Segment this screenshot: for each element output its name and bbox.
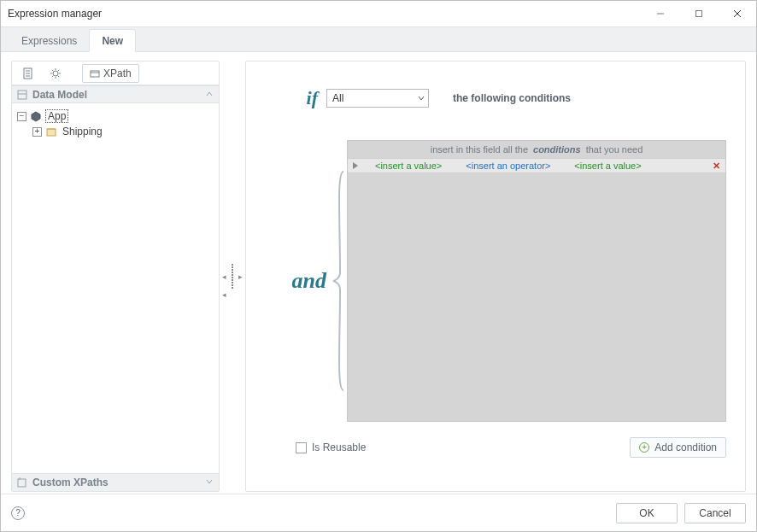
if-row: if All the following conditions [265, 87, 726, 109]
brace-icon [332, 170, 347, 392]
custom-xpaths-icon [17, 477, 27, 488]
data-model-icon [17, 90, 27, 100]
svg-line-16 [52, 75, 53, 76]
svg-rect-19 [18, 91, 26, 99]
conditions-area: and insert in this field all the conditi… [265, 140, 726, 422]
is-reusable-checkbox[interactable]: Is Reusable [296, 441, 366, 453]
xpath-subtab[interactable]: XPath [82, 64, 139, 83]
tabbar: Expressions New [1, 26, 756, 52]
custom-xpaths-header-label: Custom XPaths [32, 476, 109, 488]
and-keyword: and [292, 268, 326, 294]
maximize-button[interactable] [679, 1, 718, 26]
condition-delete-button[interactable]: ✕ [713, 161, 720, 172]
custom-xpaths-header[interactable]: Custom XPaths [12, 473, 219, 491]
condition-row[interactable]: <insert a value> <insert an operator> <i… [348, 158, 725, 173]
condition-right-value[interactable]: <insert a value> [562, 161, 653, 171]
conditions-box: insert in this field all the conditions … [347, 140, 726, 422]
left-toolbar: XPath [12, 61, 219, 85]
tree-node-app[interactable]: − App [15, 108, 215, 124]
splitter-grip-icon [232, 264, 233, 289]
add-condition-label: Add condition [654, 441, 717, 453]
tree-node-shipping[interactable]: + Shipping [15, 124, 215, 139]
splitter-arrow-left-icon: ◂ [222, 272, 226, 281]
svg-rect-1 [695, 11, 701, 17]
svg-line-13 [52, 69, 53, 70]
close-button[interactable] [718, 1, 756, 26]
quantifier-dropdown[interactable]: All [326, 89, 429, 108]
chevron-down-icon [418, 92, 425, 104]
window-root: Expression manager Expressions New [0, 0, 757, 532]
hint-pre: insert in this field all the [431, 144, 528, 155]
svg-rect-17 [91, 71, 99, 77]
cancel-button[interactable]: Cancel [684, 503, 746, 523]
checkbox-icon [296, 442, 307, 453]
hint-em: conditions [533, 144, 581, 155]
following-conditions-text: the following conditions [453, 92, 571, 104]
expression-editor: if All the following conditions and [245, 61, 746, 492]
xpath-subtab-label: XPath [103, 67, 132, 79]
splitter-arrow-left-icon: ◂ [222, 290, 226, 299]
file-icon [22, 67, 34, 79]
tree-node-label: App [45, 109, 68, 123]
settings-icon-button[interactable] [43, 64, 68, 83]
svg-rect-24 [18, 479, 26, 487]
data-model-tree[interactable]: − App + Shipping [12, 103, 219, 473]
svg-marker-26 [353, 162, 358, 169]
tree-node-label: Shipping [61, 126, 104, 137]
tab-expressions[interactable]: Expressions [9, 30, 89, 51]
condition-grip-icon[interactable] [348, 161, 363, 170]
tab-new[interactable]: New [89, 29, 136, 52]
expander-plus-icon[interactable]: + [32, 127, 42, 137]
conditions-hint: insert in this field all the conditions … [348, 141, 725, 158]
svg-marker-21 [32, 112, 40, 121]
condition-left-value[interactable]: <insert a value> [363, 161, 454, 171]
quantifier-value: All [332, 92, 343, 104]
plus-circle-icon: + [639, 442, 649, 453]
ok-button[interactable]: OK [616, 503, 678, 523]
editor-bottom-row: Is Reusable + Add condition [265, 437, 726, 458]
footer: ? OK Cancel [1, 494, 756, 531]
svg-point-8 [53, 71, 58, 76]
minimize-button[interactable] [641, 1, 679, 26]
titlebar: Expression manager [1, 1, 756, 26]
expander-minus-icon[interactable]: − [17, 112, 26, 121]
is-reusable-label: Is Reusable [312, 441, 366, 453]
file-icon-button[interactable] [15, 64, 41, 83]
splitter-arrow-right-icon: ▸ [238, 272, 243, 281]
xpath-icon [90, 68, 100, 79]
if-keyword: if [265, 87, 318, 109]
chevron-up-icon [205, 89, 214, 101]
svg-line-15 [58, 69, 59, 70]
body: XPath Data Model − App + Shi [1, 52, 756, 494]
condition-operator[interactable]: <insert an operator> [454, 161, 562, 171]
and-column: and [265, 140, 347, 422]
svg-rect-22 [47, 129, 56, 136]
splitter[interactable]: ◂ ▸ ◂ [220, 61, 245, 492]
data-model-header-label: Data Model [32, 89, 87, 101]
help-button[interactable]: ? [11, 506, 25, 520]
left-panel: XPath Data Model − App + Shi [11, 61, 220, 492]
module-icon [30, 110, 42, 122]
chevron-down-icon [205, 476, 214, 488]
package-icon [45, 126, 57, 137]
svg-line-14 [58, 75, 59, 76]
window-title: Expression manager [8, 8, 641, 20]
hint-post: that you need [586, 144, 643, 155]
add-condition-button[interactable]: + Add condition [630, 437, 726, 458]
gear-icon [50, 67, 62, 79]
data-model-header[interactable]: Data Model [12, 85, 219, 103]
